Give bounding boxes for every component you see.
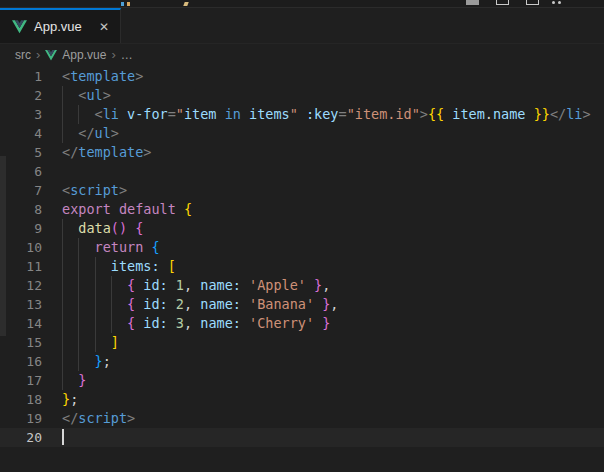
code-token: name:	[200, 277, 241, 293]
code-line[interactable]: 1<template>	[0, 67, 604, 86]
code-token: ,	[184, 277, 192, 293]
code-token: 2	[176, 296, 184, 312]
line-number: 15	[0, 333, 42, 352]
code-token	[241, 315, 249, 331]
code-token: li	[566, 106, 582, 122]
code-line[interactable]: 6	[0, 162, 604, 181]
line-number: 7	[0, 181, 42, 200]
line-number: 8	[0, 200, 42, 219]
indent-guide	[62, 333, 111, 352]
line-number: 17	[0, 371, 42, 390]
breadcrumb-item-file[interactable]: App.vue	[62, 48, 106, 62]
line-number: 20	[0, 428, 42, 447]
code-token	[160, 258, 168, 274]
code-line[interactable]: 10 return {	[0, 238, 604, 257]
code-line[interactable]: 9 data() {	[0, 219, 604, 238]
line-number: 12	[0, 276, 42, 295]
code-line[interactable]: 2 <ul>	[0, 86, 604, 105]
code-token: .	[485, 106, 493, 122]
code-line[interactable]: 3 <li v-for="item in items" :key="item.i…	[0, 105, 604, 124]
code-token: id:	[143, 277, 167, 293]
vue-file-icon	[12, 20, 27, 34]
code-line[interactable]: 4 </ul>	[0, 124, 604, 143]
code-token: >	[127, 410, 135, 426]
code-token: 'Banana'	[249, 296, 314, 312]
line-number: 2	[0, 86, 42, 105]
code-token	[111, 201, 119, 217]
line-number: 1	[0, 67, 42, 86]
more-actions-icon[interactable]	[552, 1, 561, 4]
code-line[interactable]: 19</script>	[0, 409, 604, 428]
code-token: id:	[143, 315, 167, 331]
open-changes-icon[interactable]	[466, 0, 479, 5]
code-line[interactable]: 15 ]	[0, 333, 604, 352]
code-token	[314, 315, 322, 331]
code-line[interactable]: 14 { id: 3, name: 'Cherry' }	[0, 314, 604, 333]
indent-guide	[62, 314, 127, 333]
close-icon[interactable]: ✕	[97, 20, 111, 34]
cutoff-title-fragment	[127, 2, 130, 6]
code-token: items	[249, 106, 290, 122]
code-line[interactable]: 12 { id: 1, name: 'Apple' },	[0, 276, 604, 295]
indent-guide	[62, 105, 95, 124]
code-token: default	[119, 201, 176, 217]
code-token: li	[103, 106, 119, 122]
line-number: 11	[0, 257, 42, 276]
code-token: name:	[200, 296, 241, 312]
breadcrumb: src › App.vue › …	[0, 44, 604, 66]
toggle-layout-icon[interactable]	[526, 0, 539, 5]
window-titlebar	[0, 0, 604, 8]
line-number: 18	[0, 390, 42, 409]
code-token	[241, 277, 249, 293]
code-token	[306, 277, 314, 293]
code-line[interactable]: 8export default {	[0, 200, 604, 219]
code-line[interactable]: 11 items: [	[0, 257, 604, 276]
code-token	[168, 315, 176, 331]
code-line[interactable]: 16 };	[0, 352, 604, 371]
editor-tab-bar: App.vue ✕	[0, 8, 604, 44]
code-token: id:	[143, 296, 167, 312]
code-token: script	[70, 182, 119, 198]
code-token	[241, 106, 249, 122]
code-line[interactable]: 7<script>	[0, 181, 604, 200]
code-token: ;	[70, 391, 78, 407]
code-token: ()	[111, 220, 127, 236]
code-token: script	[78, 410, 127, 426]
code-token: name:	[200, 315, 241, 331]
breadcrumb-item-more[interactable]: …	[121, 48, 133, 62]
indent-guide	[62, 276, 127, 295]
line-number: 5	[0, 143, 42, 162]
tab-label: App.vue	[34, 19, 82, 34]
code-line[interactable]: 18};	[0, 390, 604, 409]
code-line[interactable]: 5</template>	[0, 143, 604, 162]
code-token	[217, 106, 225, 122]
code-token: item	[184, 106, 217, 122]
code-editor[interactable]: 1<template>2 <ul>3 <li v-for="item in it…	[0, 66, 604, 472]
code-token: ul	[95, 125, 111, 141]
code-line[interactable]: 13 { id: 2, name: 'Banana' },	[0, 295, 604, 314]
code-token: >	[111, 125, 119, 141]
code-token: {	[184, 201, 192, 217]
code-token: }	[78, 372, 86, 388]
indent-guide	[62, 124, 78, 143]
code-token: }	[314, 277, 322, 293]
code-token: item	[452, 106, 485, 122]
code-line[interactable]: 17 }	[0, 371, 604, 390]
code-token: }	[322, 315, 330, 331]
code-token	[314, 296, 322, 312]
code-token: >	[103, 87, 111, 103]
code-token: </	[62, 410, 78, 426]
cutoff-title-fragment	[183, 2, 188, 6]
code-token: >	[135, 68, 143, 84]
line-number: 10	[0, 238, 42, 257]
cutoff-title-fragment	[121, 2, 124, 6]
code-token: template	[70, 68, 135, 84]
breadcrumb-item-src[interactable]: src	[15, 48, 31, 62]
code-line[interactable]: 20	[0, 428, 604, 447]
code-token: 'Cherry'	[249, 315, 314, 331]
split-editor-icon[interactable]	[496, 0, 509, 5]
indent-guide	[62, 219, 78, 238]
tab-app-vue[interactable]: App.vue ✕	[0, 8, 121, 43]
code-token: data	[78, 220, 111, 236]
code-token: {	[127, 315, 135, 331]
